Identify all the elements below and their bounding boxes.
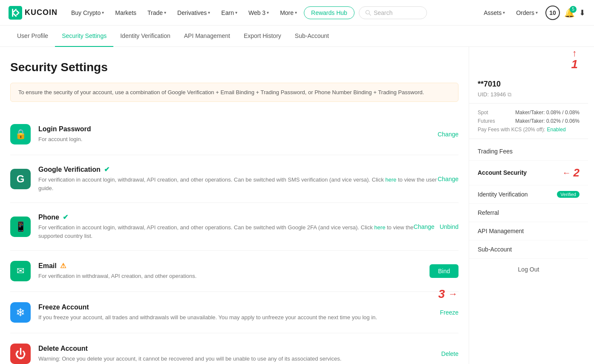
search-bar[interactable]: Search bbox=[359, 6, 427, 19]
nav-buy-crypto[interactable]: Buy Crypto ▾ bbox=[67, 7, 108, 19]
assets-dropdown[interactable]: Assets ▾ bbox=[480, 8, 508, 18]
tab-user-profile[interactable]: User Profile bbox=[10, 26, 55, 47]
login-password-item: 🔒 Login Password For account login. Chan… bbox=[10, 114, 458, 155]
tab-security-settings[interactable]: Security Settings bbox=[55, 26, 113, 47]
download-icon[interactable]: ⬇ bbox=[579, 8, 585, 17]
menu-referral[interactable]: Referral bbox=[469, 204, 588, 222]
rewards-hub-button[interactable]: Rewards Hub bbox=[304, 6, 355, 19]
panel-uid: UID: 13946 ⧉ bbox=[478, 91, 580, 98]
freeze-account-icon: ❄ bbox=[10, 302, 31, 323]
panel-header: **7010 UID: 13946 ⧉ bbox=[469, 71, 588, 104]
chevron-down-icon: ▾ bbox=[503, 10, 505, 15]
email-warning-icon: ⚠ bbox=[60, 262, 66, 270]
main-container: Security Settings To ensure the security… bbox=[0, 47, 594, 364]
panel-menu: Trading Fees Account Security ← 2 Identi… bbox=[469, 139, 588, 282]
login-password-desc: For account login. bbox=[38, 135, 438, 144]
nav-more[interactable]: More ▾ bbox=[276, 7, 301, 19]
login-password-title: Login Password bbox=[38, 125, 438, 133]
delete-link[interactable]: Delete bbox=[441, 350, 458, 357]
login-password-change-link[interactable]: Change bbox=[438, 131, 458, 138]
google-change-link[interactable]: Change bbox=[438, 176, 458, 182]
freeze-link[interactable]: Freeze bbox=[440, 309, 458, 316]
chevron-down-icon: ▾ bbox=[267, 10, 269, 15]
nav-right-section: Assets ▾ Orders ▾ 10 🔔 5 ⬇ bbox=[480, 6, 585, 20]
tab-api-management[interactable]: API Management bbox=[177, 26, 237, 47]
chevron-down-icon: ▾ bbox=[102, 10, 104, 15]
google-verification-title: Google Verification ✔ bbox=[38, 165, 438, 173]
tab-export-history[interactable]: Export History bbox=[237, 26, 288, 47]
avatar[interactable]: 10 bbox=[545, 6, 560, 20]
google-verification-item: G Google Verification ✔ For verification… bbox=[10, 155, 458, 203]
google-verification-content: Google Verification ✔ For verification i… bbox=[38, 165, 438, 192]
delete-account-desc: Warning: Once you delete your account, i… bbox=[38, 355, 441, 363]
delete-account-content: Delete Account Warning: Once you delete … bbox=[38, 345, 441, 363]
orders-dropdown[interactable]: Orders ▾ bbox=[513, 8, 541, 18]
google-guide-link[interactable]: here bbox=[385, 176, 396, 183]
phone-country-link[interactable]: here bbox=[374, 224, 385, 231]
login-password-icon: 🔒 bbox=[10, 124, 31, 144]
tab-identity-verification[interactable]: Identity Verification bbox=[113, 26, 177, 47]
menu-sub-account[interactable]: Sub-Account bbox=[469, 240, 588, 259]
chevron-down-icon: ▾ bbox=[295, 10, 297, 15]
verified-badge: Verified bbox=[557, 191, 580, 198]
email-content: Email ⚠ For verification in withdrawal, … bbox=[38, 262, 430, 280]
svg-line-2 bbox=[369, 14, 371, 15]
notification-badge: 5 bbox=[570, 6, 577, 13]
freeze-account-content: Freeze Account If you freeze your accoun… bbox=[38, 303, 440, 322]
tab-sub-account[interactable]: Sub-Account bbox=[288, 26, 336, 47]
nav-web3[interactable]: Web 3 ▾ bbox=[244, 7, 273, 19]
delete-account-title: Delete Account bbox=[38, 345, 441, 352]
phone-content: Phone ✔ For verification in account logi… bbox=[38, 213, 414, 240]
email-desc: For verification in withdrawal, API crea… bbox=[38, 272, 430, 280]
page-title: Security Settings bbox=[10, 61, 458, 74]
nav-earn[interactable]: Earn ▾ bbox=[217, 7, 242, 19]
navbar: KUCOIN Buy Crypto ▾ Markets Trade ▾ Deri… bbox=[0, 0, 594, 26]
logo[interactable]: KUCOIN bbox=[9, 6, 58, 20]
delete-account-item: ⏻ Delete Account Warning: Once you delet… bbox=[10, 333, 458, 364]
phone-title: Phone ✔ bbox=[38, 213, 414, 221]
freeze-account-title: Freeze Account bbox=[38, 303, 440, 311]
svg-rect-0 bbox=[9, 6, 22, 20]
email-title: Email ⚠ bbox=[38, 262, 430, 270]
search-placeholder: Search bbox=[374, 9, 392, 16]
google-verification-icon: G bbox=[10, 169, 31, 189]
phone-change-link[interactable]: Change bbox=[414, 223, 435, 230]
menu-identity-verification[interactable]: Identity Verification Verified bbox=[469, 185, 588, 204]
menu-api-management[interactable]: API Management bbox=[469, 222, 588, 240]
notice-bar: To ensure the security of your account, … bbox=[10, 83, 458, 102]
google-verified-check-icon: ✔ bbox=[104, 165, 110, 173]
logo-text: KUCOIN bbox=[25, 8, 58, 17]
chevron-down-icon: ▾ bbox=[235, 10, 237, 15]
content-area: Security Settings To ensure the security… bbox=[0, 47, 469, 364]
chevron-down-icon: ▾ bbox=[536, 10, 538, 15]
freeze-account-desc: If you freeze your account, all trades a… bbox=[38, 313, 440, 322]
phone-actions: Change Unbind bbox=[414, 223, 458, 230]
menu-logout[interactable]: Log Out bbox=[469, 260, 588, 278]
delete-account-actions: Delete bbox=[441, 350, 458, 357]
email-bind-button[interactable]: Bind bbox=[430, 264, 458, 278]
email-actions: Bind bbox=[430, 264, 458, 278]
phone-unbind-link[interactable]: Unbind bbox=[440, 223, 458, 230]
phone-item: 📱 Phone ✔ For verification in account lo… bbox=[10, 203, 458, 251]
account-masked: **7010 bbox=[478, 80, 580, 89]
right-panel: ↑ 1 **7010 UID: 13946 ⧉ Spot Maker/Taker… bbox=[469, 47, 588, 364]
nav-trade[interactable]: Trade ▾ bbox=[143, 7, 170, 19]
freeze-account-item: ❄ Freeze Account If you freeze your acco… bbox=[10, 292, 458, 333]
chevron-down-icon: ▾ bbox=[208, 10, 210, 15]
email-icon: ✉ bbox=[10, 261, 31, 281]
menu-account-security[interactable]: Account Security ← 2 bbox=[469, 161, 588, 185]
notification-area: 🔔 5 bbox=[564, 8, 575, 18]
menu-trading-fees[interactable]: Trading Fees bbox=[469, 142, 588, 161]
kucoin-logo-icon bbox=[9, 6, 22, 20]
nav-markets[interactable]: Markets bbox=[111, 7, 141, 19]
nav-derivatives[interactable]: Derivatives ▾ bbox=[173, 7, 214, 19]
google-verification-actions: Change bbox=[438, 176, 458, 182]
uid-copy-icon[interactable]: ⧉ bbox=[507, 91, 511, 98]
login-password-actions: Change bbox=[438, 131, 458, 138]
annotation-2-area: ← 2 bbox=[562, 166, 580, 179]
kcs-fees-row: Pay Fees with KCS (20% off): Enabled bbox=[478, 127, 580, 133]
search-icon bbox=[365, 10, 371, 16]
phone-verified-check-icon: ✔ bbox=[63, 213, 68, 221]
google-verification-desc: For verification in account login, withd… bbox=[38, 176, 438, 192]
panel-fees: Spot Maker/Taker: 0.08% / 0.08% Futures … bbox=[469, 104, 588, 139]
